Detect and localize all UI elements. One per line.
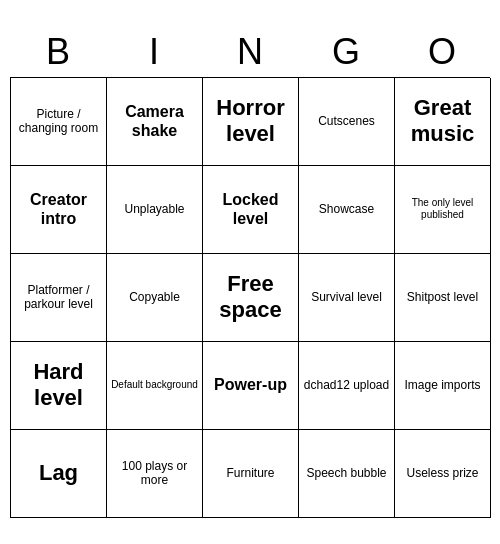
cell-text-13: Survival level <box>311 290 382 304</box>
cell-text-2: Horror level <box>207 95 294 148</box>
bingo-cell-6[interactable]: Unplayable <box>107 166 203 254</box>
bingo-cell-24[interactable]: Useless prize <box>395 430 491 518</box>
cell-text-16: Default background <box>111 379 198 391</box>
bingo-cell-21[interactable]: 100 plays or more <box>107 430 203 518</box>
cell-text-14: Shitpost level <box>407 290 478 304</box>
bingo-cell-1[interactable]: Camera shake <box>107 78 203 166</box>
bingo-cell-7[interactable]: Locked level <box>203 166 299 254</box>
bingo-cell-14[interactable]: Shitpost level <box>395 254 491 342</box>
bingo-cell-15[interactable]: Hard level <box>11 342 107 430</box>
cell-text-12: Free space <box>207 271 294 324</box>
bingo-cell-13[interactable]: Survival level <box>299 254 395 342</box>
cell-text-4: Great music <box>399 95 486 148</box>
cell-text-5: Creator intro <box>15 190 102 228</box>
bingo-header: BINGO <box>10 27 490 77</box>
bingo-cell-5[interactable]: Creator intro <box>11 166 107 254</box>
cell-text-3: Cutscenes <box>318 114 375 128</box>
cell-text-6: Unplayable <box>124 202 184 216</box>
bingo-cell-4[interactable]: Great music <box>395 78 491 166</box>
cell-text-19: Image imports <box>404 378 480 392</box>
cell-text-11: Copyable <box>129 290 180 304</box>
cell-text-7: Locked level <box>207 190 294 228</box>
cell-text-21: 100 plays or more <box>111 459 198 488</box>
bingo-cell-20[interactable]: Lag <box>11 430 107 518</box>
cell-text-0: Picture / changing room <box>15 107 102 136</box>
bingo-cell-0[interactable]: Picture / changing room <box>11 78 107 166</box>
bingo-cell-19[interactable]: Image imports <box>395 342 491 430</box>
header-letter-n: N <box>206 31 294 73</box>
bingo-cell-11[interactable]: Copyable <box>107 254 203 342</box>
bingo-card: BINGO Picture / changing roomCamera shak… <box>10 27 490 518</box>
cell-text-9: The only level published <box>399 197 486 221</box>
bingo-cell-8[interactable]: Showcase <box>299 166 395 254</box>
cell-text-20: Lag <box>39 460 78 486</box>
header-letter-g: G <box>302 31 390 73</box>
cell-text-15: Hard level <box>15 359 102 412</box>
bingo-cell-2[interactable]: Horror level <box>203 78 299 166</box>
bingo-cell-23[interactable]: Speech bubble <box>299 430 395 518</box>
bingo-cell-18[interactable]: dchad12 upload <box>299 342 395 430</box>
cell-text-17: Power-up <box>214 375 287 394</box>
bingo-cell-22[interactable]: Furniture <box>203 430 299 518</box>
cell-text-23: Speech bubble <box>306 466 386 480</box>
header-letter-i: I <box>110 31 198 73</box>
bingo-cell-17[interactable]: Power-up <box>203 342 299 430</box>
cell-text-18: dchad12 upload <box>304 378 389 392</box>
header-letter-b: B <box>14 31 102 73</box>
bingo-cell-9[interactable]: The only level published <box>395 166 491 254</box>
cell-text-8: Showcase <box>319 202 374 216</box>
bingo-cell-16[interactable]: Default background <box>107 342 203 430</box>
header-letter-o: O <box>398 31 486 73</box>
bingo-grid: Picture / changing roomCamera shakeHorro… <box>10 77 490 518</box>
cell-text-10: Platformer / parkour level <box>15 283 102 312</box>
bingo-cell-12[interactable]: Free space <box>203 254 299 342</box>
cell-text-1: Camera shake <box>111 102 198 140</box>
cell-text-24: Useless prize <box>406 466 478 480</box>
cell-text-22: Furniture <box>226 466 274 480</box>
bingo-cell-3[interactable]: Cutscenes <box>299 78 395 166</box>
bingo-cell-10[interactable]: Platformer / parkour level <box>11 254 107 342</box>
